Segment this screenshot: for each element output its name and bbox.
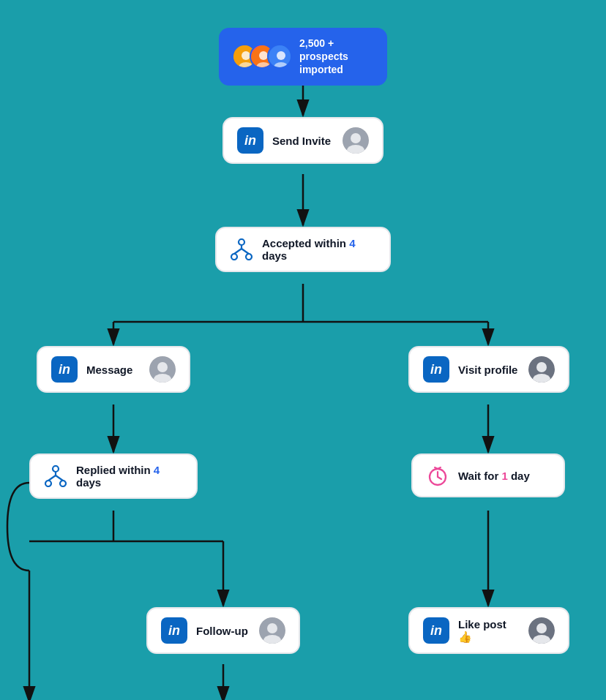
send-invite-node[interactable]: in Send Invite	[222, 117, 384, 164]
canvas: 2,500 + prospects imported in Send Invit…	[0, 15, 606, 700]
svg-point-41	[60, 481, 66, 486]
replied-text-after: days	[76, 476, 101, 489]
wait-text-after: day	[508, 470, 530, 482]
svg-point-51	[267, 623, 277, 633]
svg-point-37	[536, 362, 547, 372]
accepted-label: Accepted within 4 days	[262, 237, 376, 262]
svg-line-43	[48, 475, 56, 481]
wait-text-before: Wait for	[458, 470, 501, 482]
prospects-avatars	[232, 44, 285, 69]
svg-point-34	[157, 362, 168, 372]
message-label: Message	[86, 364, 141, 376]
like-label: Like post 👍	[458, 618, 520, 644]
accepted-text-before: Accepted within	[262, 237, 349, 249]
followup-label: Follow-up	[196, 625, 250, 637]
svg-point-39	[53, 466, 59, 472]
replied-highlight: 4	[154, 464, 160, 476]
svg-point-29	[246, 254, 252, 260]
like-post-node[interactable]: in Like post 👍	[408, 607, 569, 654]
message-node[interactable]: in Message	[37, 346, 190, 393]
fork-icon	[230, 238, 253, 261]
like-avatar	[528, 617, 555, 644]
followup-avatar	[259, 617, 285, 644]
svg-point-54	[536, 623, 547, 633]
linkedin-icon-visit: in	[423, 356, 449, 383]
visit-profile-label: Visit profile	[458, 364, 520, 376]
linkedin-icon-like: in	[423, 617, 449, 644]
svg-line-47	[438, 477, 441, 479]
linkedin-icon: in	[237, 127, 263, 154]
svg-line-31	[234, 249, 242, 254]
wait-highlight: 1	[501, 470, 507, 482]
avatar-3	[267, 44, 292, 69]
svg-point-22	[277, 51, 285, 60]
replied-node[interactable]: Replied within 4 days	[29, 454, 198, 499]
top-node-label: 2,500 + prospects imported	[299, 37, 374, 77]
fork-icon-replied	[44, 464, 67, 488]
linkedin-icon-followup: in	[161, 617, 187, 644]
visit-profile-avatar	[528, 356, 555, 383]
svg-point-28	[231, 254, 237, 260]
wait-node[interactable]: Wait for 1 day	[411, 454, 565, 497]
wait-label: Wait for 1 day	[458, 470, 550, 482]
accepted-text-after: days	[262, 249, 287, 262]
replied-label: Replied within 4 days	[76, 464, 183, 489]
timer-icon	[426, 464, 449, 487]
send-invite-label: Send Invite	[272, 135, 334, 147]
replied-text-before: Replied within	[76, 464, 154, 476]
svg-point-25	[351, 133, 361, 143]
top-node[interactable]: 2,500 + prospects imported	[219, 28, 387, 86]
svg-point-27	[239, 239, 244, 245]
message-avatar	[149, 356, 176, 383]
linkedin-icon-message: in	[51, 356, 78, 383]
svg-point-40	[45, 481, 51, 486]
visit-profile-node[interactable]: in Visit profile	[408, 346, 569, 393]
svg-line-32	[242, 249, 249, 254]
followup-node[interactable]: in Follow-up	[146, 607, 300, 654]
accepted-node[interactable]: Accepted within 4 days	[215, 227, 391, 272]
send-invite-avatar	[343, 127, 369, 154]
accepted-highlight: 4	[349, 237, 355, 249]
svg-line-44	[56, 475, 63, 481]
